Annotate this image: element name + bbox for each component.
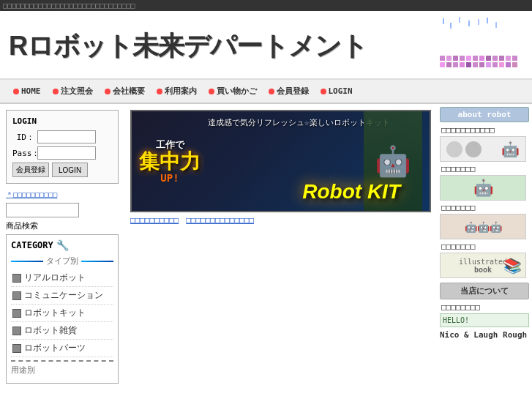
- center-content: 工作で 集中力 UP! 達成感で気分リフレッシュ☆楽しいロボットキット 🤖 Ro…: [124, 104, 437, 389]
- category-box: CATEGORY 🔧 タイプ別 リアルロボット コミュニケーション ロボットキッ…: [6, 234, 119, 384]
- category-label: コミュニケーション: [24, 289, 103, 302]
- robot-icon-2: 🤖: [473, 179, 493, 197]
- store-section-title: □□□□□□□□: [440, 302, 529, 312]
- cat-icon: [12, 327, 21, 335]
- member-register-button[interactable]: 会員登録: [12, 163, 49, 177]
- divider-line-right: [81, 261, 113, 262]
- right-section1-title: □□□□□□□□□□□: [440, 125, 529, 135]
- banner-ryoku-up: UP!: [160, 172, 179, 184]
- topbar-text: □□□□□□□□□□□□□□□□□□□□□□□□□□□□□□: [3, 1, 135, 10]
- login-box: LOGIN ID： Pass： 会員登録 LOGIN: [6, 110, 119, 184]
- category-item-communication[interactable]: コミュニケーション: [11, 287, 113, 305]
- cat-icon: [12, 291, 21, 300]
- category-label: ロボット雑貨: [24, 324, 77, 337]
- cat-icon: [12, 274, 21, 283]
- nav-dot: [209, 89, 214, 94]
- banner-links: □□□□□□□□□□ □□□□□□□□□□□□□□: [130, 215, 431, 225]
- site-title: Rロボット未来デパートメント: [9, 29, 367, 64]
- login-buttons: 会員登録 LOGIN: [12, 163, 112, 177]
- banner: 工作で 集中力 UP! 達成感で気分リフレッシュ☆楽しいロボットキット 🤖 Ro…: [130, 110, 431, 212]
- id-label: ID：: [12, 132, 34, 143]
- category-icon: 🔧: [56, 239, 69, 251]
- search-label: 商品検索: [6, 220, 119, 231]
- divider-line-left: [11, 261, 43, 262]
- search-input[interactable]: [6, 203, 79, 217]
- banner-link1[interactable]: □□□□□□□□□□: [130, 215, 179, 225]
- category-label: リアルロボット: [24, 272, 86, 284]
- category-title: CATEGORY: [11, 240, 53, 250]
- category-item-real-robot[interactable]: リアルロボット: [11, 269, 113, 287]
- type-divider: タイプ別: [11, 256, 113, 266]
- banner-left: 工作で 集中力 UP!: [139, 138, 201, 184]
- banner-shuchu: 集中力: [139, 152, 201, 172]
- right-image-3: 🤖🤖🤖: [440, 214, 526, 239]
- nav-cart-label: 買い物かご: [217, 86, 257, 97]
- nav-dot: [105, 89, 110, 94]
- nav-cart[interactable]: 買い物かご: [203, 84, 263, 98]
- main-content: LOGIN ID： Pass： 会員登録 LOGIN ＊□□□□□□□□□□ 商…: [0, 104, 532, 389]
- right-image-4: illustrated book 📚: [440, 253, 526, 278]
- nav-dot: [269, 89, 274, 94]
- book-icon: 📚: [503, 257, 522, 275]
- nav-guide[interactable]: 利用案内: [151, 84, 203, 98]
- type2-divider: 用途別: [11, 360, 113, 376]
- nav-order[interactable]: 注文照会: [47, 84, 99, 98]
- hello-box: HELLO!: [440, 313, 529, 327]
- nav-home-label: HOME: [21, 86, 41, 96]
- pass-row: Pass：: [12, 146, 112, 160]
- banner-robot-kit: Robot KIT: [302, 180, 400, 204]
- id-row: ID：: [12, 130, 112, 143]
- placeholder-circle-1: [446, 141, 462, 157]
- nav-register-label: 会員登録: [277, 86, 309, 97]
- pass-label: Pass：: [12, 148, 34, 159]
- nav-dot: [13, 89, 19, 94]
- right-image-2: 🤖: [440, 175, 526, 201]
- right-sidebar: about robot □□□□□□□□□□□ 🤖 □□□□□□□ 🤖 □□□□…: [437, 104, 532, 389]
- nav-dot: [157, 89, 162, 94]
- nav-order-label: 注文照会: [61, 86, 93, 97]
- nav-login[interactable]: LOGIN: [315, 85, 359, 97]
- login-title: LOGIN: [12, 116, 112, 126]
- header: Rロボット未来デパートメント: [0, 11, 532, 79]
- nav-company-label: 会社概要: [113, 86, 145, 97]
- right-section4-title: □□□□□□□: [440, 242, 529, 251]
- category-item-robot-parts[interactable]: ロボットパーツ: [11, 340, 113, 357]
- book-label: illustrated: [459, 258, 507, 266]
- nav-company[interactable]: 会社概要: [99, 84, 151, 98]
- category-item-robot-misc[interactable]: ロボット雑貨: [11, 322, 113, 340]
- type-divider-label: タイプ別: [46, 256, 78, 266]
- navigation: HOME 注文照会 会社概要 利用案内 買い物かご 会員登録 LOGIN: [0, 79, 532, 104]
- book-label2: book: [474, 266, 492, 274]
- about-robot-header: about robot: [440, 107, 529, 122]
- banner-center-text: 達成感で気分リフレッシュ☆楽しいロボットキット: [208, 117, 390, 128]
- right-image-1: 🤖: [440, 136, 526, 162]
- nav-dot: [53, 89, 59, 94]
- robot-icon: 🤖: [501, 141, 520, 158]
- cat-icon: [12, 344, 21, 353]
- type2-divider-label: 用途別: [11, 365, 35, 376]
- category-header: CATEGORY 🔧: [11, 239, 113, 251]
- login-button[interactable]: LOGIN: [52, 163, 88, 177]
- about-store-header: 当店について: [440, 283, 529, 299]
- category-label: ロボットパーツ: [24, 342, 86, 354]
- top-bar: □□□□□□□□□□□□□□□□□□□□□□□□□□□□□□: [0, 0, 532, 11]
- category-item-robot-kit[interactable]: ロボットキット: [11, 305, 113, 322]
- password-input[interactable]: [37, 146, 96, 160]
- left-sidebar: LOGIN ID： Pass： 会員登録 LOGIN ＊□□□□□□□□□□ 商…: [0, 104, 124, 389]
- nav-dot: [321, 89, 326, 94]
- right-section2-title: □□□□□□□: [440, 164, 529, 174]
- nav-guide-label: 利用案内: [165, 86, 197, 97]
- hello-label: HELLO!: [443, 316, 469, 324]
- placeholder-circle-2: [465, 141, 482, 157]
- forgot-password-link[interactable]: ＊□□□□□□□□□□: [6, 190, 119, 200]
- nav-login-label: LOGIN: [329, 86, 353, 96]
- nico-text-content: Nico & Laugh Rough: [440, 330, 527, 340]
- header-decoration: [435, 17, 523, 75]
- cat-icon: [12, 309, 21, 318]
- id-input[interactable]: [37, 130, 96, 143]
- nav-home[interactable]: HOME: [7, 85, 47, 97]
- nico-laugh-rough-text: Nico & Laugh Rough: [440, 330, 529, 340]
- banner-link2[interactable]: □□□□□□□□□□□□□□: [186, 215, 254, 225]
- nav-register[interactable]: 会員登録: [263, 84, 315, 98]
- right-section3-title: □□□□□□□: [440, 203, 529, 212]
